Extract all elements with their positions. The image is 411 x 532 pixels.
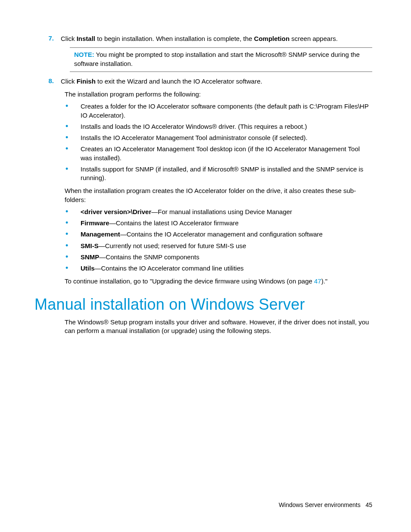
bullet-icon: • [65, 208, 81, 216]
folder-desc: —Currently not used; reserved for future… [99, 242, 246, 249]
section-heading: Manual installation on Windows Server [34, 296, 372, 314]
folder-desc: —Contains the IO Accelerator command lin… [95, 264, 244, 272]
folder-desc: —Contains the SNMP components [99, 253, 199, 261]
folder-desc: —For manual installations using Device M… [151, 208, 292, 215]
list-item: • SMI-S—Currently not used; reserved for… [65, 242, 372, 250]
folder-desc: —Contains the IO Accelerator management … [120, 230, 323, 238]
bullet-icon: • [65, 253, 81, 261]
step-7: 7. Click Install to begin installation. … [39, 34, 372, 43]
paragraph: To continue installation, go to "Upgradi… [65, 277, 372, 286]
bold: Finish [77, 78, 96, 85]
list-item: • <driver version>\Driver—For manual ins… [65, 208, 372, 216]
list-text: Installs the IO Accelerator Management T… [81, 134, 372, 142]
bullet-icon: • [65, 134, 81, 142]
page-content: 7. Click Install to begin installation. … [0, 0, 411, 532]
step-8: 8. Click Finish to exit the Wizard and l… [39, 77, 372, 86]
page-footer: Windows Server environments 45 [279, 501, 372, 508]
footer-page-number: 45 [365, 501, 372, 508]
folder-name: SNMP [81, 253, 99, 261]
bullet-icon: • [65, 122, 81, 131]
bold: Completion [254, 35, 290, 42]
list-text: Creates an IO Accelerator Management Too… [81, 145, 372, 162]
folder-name: <driver version>\Driver [81, 208, 151, 215]
text: to exit the Wizard and launch the IO Acc… [96, 78, 262, 85]
note-box: NOTE: You might be prompted to stop inst… [70, 47, 372, 72]
bullet-icon: • [65, 145, 81, 162]
list-text: Firmware—Contains the latest IO Accelera… [81, 219, 372, 227]
list-item: • Creates an IO Accelerator Management T… [65, 145, 372, 162]
paragraph: The installation program performs the fo… [65, 90, 372, 99]
list-text: SNMP—Contains the SNMP components [81, 253, 372, 261]
list-item: • SNMP—Contains the SNMP components [65, 253, 372, 261]
paragraph: When the installation program creates th… [65, 187, 372, 204]
step-text: Click Finish to exit the Wizard and laun… [61, 77, 372, 86]
list-text: Creates a folder for the IO Accelerator … [81, 102, 372, 120]
text: To continue installation, go to "Upgradi… [65, 277, 314, 285]
note-label: NOTE: [74, 51, 94, 58]
note-text: You might be prompted to stop installati… [74, 51, 360, 67]
bullet-icon: • [65, 219, 81, 227]
list-item: • Installs and loads the IO Accelerator … [65, 122, 372, 131]
folder-name: Management [81, 230, 120, 238]
list-text: Installs and loads the IO Accelerator Wi… [81, 122, 372, 131]
list-text: Installs support for SNMP (if installed,… [81, 165, 372, 183]
step-text: Click Install to begin installation. Whe… [61, 34, 372, 43]
bullet-icon: • [65, 230, 81, 239]
text: screen appears. [290, 35, 338, 42]
list-item: • Creates a folder for the IO Accelerato… [65, 102, 372, 120]
text: to begin installation. When installation… [95, 35, 254, 42]
list-text: Utils—Contains the IO Accelerator comman… [81, 264, 372, 273]
step-number: 7. [39, 34, 61, 43]
folder-name: Utils [81, 264, 95, 272]
text: Click [61, 78, 77, 85]
bullet-icon: • [65, 102, 81, 120]
bullet-icon: • [65, 242, 81, 250]
text: )." [321, 277, 328, 285]
paragraph: The Windows® Setup program installs your… [65, 318, 372, 336]
list-item: • Installs support for SNMP (if installe… [65, 165, 372, 183]
folder-desc: —Contains the latest IO Accelerator firm… [109, 219, 239, 227]
page-link[interactable]: 47 [314, 277, 321, 285]
list-item: • Firmware—Contains the latest IO Accele… [65, 219, 372, 227]
bullet-icon: • [65, 264, 81, 273]
folder-name: SMI-S [81, 242, 99, 249]
list-item: • Installs the IO Accelerator Management… [65, 134, 372, 142]
list-item: • Management—Contains the IO Accelerator… [65, 230, 372, 239]
step-number: 8. [39, 77, 61, 86]
bullet-icon: • [65, 165, 81, 183]
text: Click [61, 35, 77, 42]
folder-name: Firmware [81, 219, 109, 227]
list-text: Management—Contains the IO Accelerator m… [81, 230, 372, 239]
list-text: <driver version>\Driver—For manual insta… [81, 208, 372, 216]
bold: Install [77, 35, 95, 42]
footer-section: Windows Server environments [279, 501, 361, 508]
list-text: SMI-S—Currently not used; reserved for f… [81, 242, 372, 250]
list-item: • Utils—Contains the IO Accelerator comm… [65, 264, 372, 273]
